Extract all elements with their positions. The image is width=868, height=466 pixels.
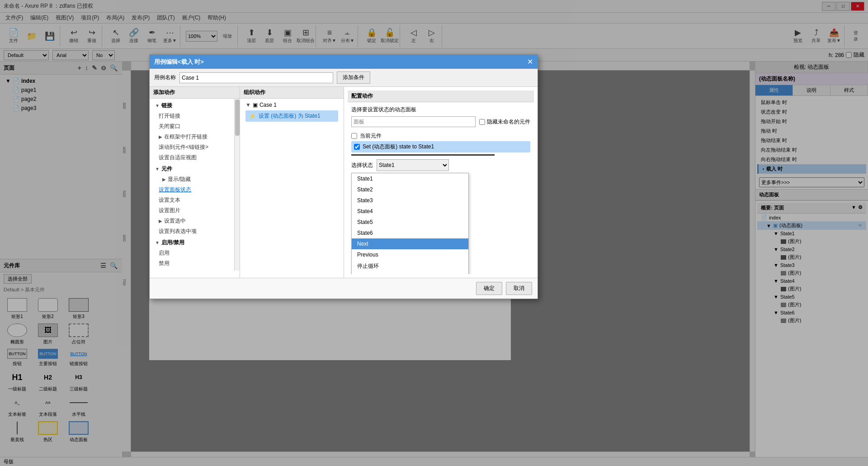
case-tree-container: ▼ ▣ Case 1 ⚡ 设置 (动态面板) 为 State1 (240, 99, 344, 271)
action-set-selected[interactable]: ▶设置选中 (151, 216, 232, 226)
action-group-link: ▼ 链接 打开链接 关闭窗口 ▶在框架中打开链接 滚动到元件<锚链接> 设置自适… (151, 100, 232, 163)
action-group-enable: ▼ 启用/禁用 启用 禁用 (151, 238, 232, 269)
action-disable[interactable]: 禁用 (151, 258, 232, 269)
action-group-element-label[interactable]: ▼ 元件 (151, 164, 232, 174)
dropdown-item-stop-loop[interactable]: 停止循环 (352, 260, 468, 272)
case-tree-case: ▼ ▣ Case 1 (242, 100, 342, 109)
action-set-text[interactable]: 设置文本 (151, 195, 232, 205)
case-icon: ▣ (253, 102, 258, 108)
action-open-link[interactable]: 打开链接 (151, 111, 232, 121)
dropdown-item-state6[interactable]: State6 (352, 228, 468, 238)
action-move[interactable]: 移动 (151, 270, 232, 271)
col-organize-header: 组织动作 (240, 87, 344, 99)
select-state-label: 选择状态 (351, 162, 373, 169)
dropdown-item-state2[interactable]: State2 (352, 184, 468, 195)
dropdown-list-container: State1 State2 State3 State4 State5 State… (351, 173, 530, 274)
dropdown-item-previous[interactable]: Previous (352, 249, 468, 260)
set-state-checkbox[interactable] (354, 144, 360, 150)
action-set-image[interactable]: 设置图片 (151, 205, 232, 216)
action-set-adaptive[interactable]: 设置自适应视图 (151, 152, 232, 163)
dropdown-item-state1[interactable]: State1 (352, 173, 468, 184)
hide-unnamed-label: 隐藏未命名的元件 (479, 118, 530, 126)
modal-columns: 添加动作 ▼ 链接 打开链接 关闭窗口 ▶在框架中打开链接 (150, 87, 538, 278)
col-configure-label: 配置动作 (351, 92, 373, 100)
configure-content: 选择要设置状态的动态面板 隐藏未命名的元件 当前元件 (348, 102, 534, 274)
col-organize: 组织动作 ▼ ▣ Case 1 ⚡ 设置 (动态面板) 为 State1 (240, 87, 344, 278)
col-add-action-header: 添加动作 (150, 87, 240, 99)
current-element-checkbox[interactable] (351, 133, 357, 139)
action-group-enable-label[interactable]: ▼ 启用/禁用 (151, 238, 232, 248)
col-organize-label: 组织动作 (244, 89, 265, 96)
action-scroll-to[interactable]: 滚动到元件<锚链接> (151, 142, 232, 152)
action-group-link-label[interactable]: ▼ 链接 (151, 100, 232, 111)
action-tree-scrollbar[interactable] (234, 99, 240, 271)
modal-overlay: 用例编辑<载入 时> ✕ 用例名称 添加条件 添加动作 (0, 0, 868, 466)
col-add-action: 添加动作 ▼ 链接 打开链接 关闭窗口 ▶在框架中打开链接 (150, 87, 240, 278)
separator-line (351, 154, 495, 156)
state-select-row: 选择状态 State1 State2 State3 State4 State5 … (351, 159, 530, 171)
modal-toolbar: 用例名称 添加条件 (150, 69, 538, 87)
case-action[interactable]: ⚡ 设置 (动态面板) 为 State1 (245, 110, 338, 122)
dropdown-item-state3[interactable]: State3 (352, 195, 468, 206)
action-tree-container: ▼ 链接 打开链接 关闭窗口 ▶在框架中打开链接 滚动到元件<锚链接> 设置自适… (150, 99, 240, 271)
dropdown-item-state4[interactable]: State4 (352, 206, 468, 217)
action-group-element: ▼ 元件 ▶显示/隐藏 设置面板状态 设置文本 设置图片 ▶设置选中 设置列表选… (151, 164, 232, 237)
cancel-button[interactable]: 取消 (506, 282, 532, 295)
action-close-window[interactable]: 关闭窗口 (151, 121, 232, 132)
state-dropdown-list: State1 State2 State3 State4 State5 State… (351, 173, 469, 274)
action-tree: ▼ 链接 打开链接 关闭窗口 ▶在框架中打开链接 滚动到元件<锚链接> 设置自适… (150, 99, 234, 271)
case-label: Case 1 (259, 102, 277, 108)
dropdown-item-state5[interactable]: State5 (352, 217, 468, 228)
ok-button[interactable]: 确定 (476, 282, 502, 295)
action-set-list-selected[interactable]: 设置列表选中项 (151, 226, 232, 237)
case-name-label: 用例名称 (154, 74, 176, 81)
case-name-input[interactable] (179, 72, 333, 83)
action-label: 设置 (动态面板) 为 State1 (259, 112, 321, 120)
action-icon: ⚡ (249, 113, 256, 119)
panel-select-label: 选择要设置状态的动态面板 (351, 106, 530, 114)
modal-footer: 确定 取消 (150, 278, 538, 299)
current-element-row: 当前元件 (351, 131, 530, 141)
modal-dialog: 用例编辑<载入 时> ✕ 用例名称 添加条件 添加动作 (149, 54, 538, 299)
search-row: 隐藏未命名的元件 (351, 116, 530, 127)
modal-close-button[interactable]: ✕ (527, 57, 533, 66)
panel-search-input[interactable] (351, 116, 476, 127)
case-expand-icon: ▼ (245, 102, 251, 108)
action-enable[interactable]: 启用 (151, 248, 232, 258)
scrollbar-handle (235, 100, 240, 136)
col-add-action-label: 添加动作 (153, 89, 175, 96)
action-open-in-frame[interactable]: ▶在框架中打开链接 (151, 132, 232, 142)
modal-title-bar: 用例编辑<载入 时> ✕ (150, 55, 538, 69)
action-show-hide[interactable]: ▶显示/隐藏 (151, 174, 232, 185)
set-state-row[interactable]: Set (动态面板) state to State1 (351, 141, 530, 152)
hide-unnamed-checkbox[interactable] (479, 119, 485, 125)
state-select[interactable]: State1 State2 State3 State4 State5 State… (377, 159, 449, 171)
action-group-move: 移动 旋转 设置尺寸 ▶置于顶层/底层 设置不透明 (151, 270, 232, 271)
add-condition-button[interactable]: 添加条件 (337, 71, 370, 84)
action-set-panel-state[interactable]: 设置面板状态 (151, 185, 232, 195)
modal-title: 用例编辑<载入 时> (154, 58, 204, 66)
col-configure-header: 配置动作 (348, 90, 534, 102)
case-tree: ▼ ▣ Case 1 ⚡ 设置 (动态面板) 为 State1 (240, 99, 344, 124)
dropdown-item-next[interactable]: Next (352, 238, 468, 249)
col-configure: 配置动作 选择要设置状态的动态面板 隐藏未命名的元件 (344, 87, 538, 278)
dropdown-item-value[interactable]: Value (352, 272, 468, 274)
